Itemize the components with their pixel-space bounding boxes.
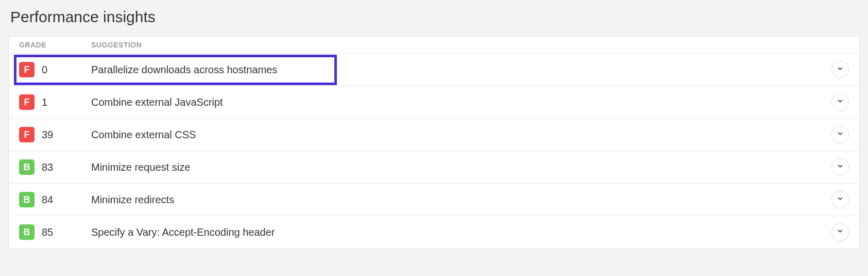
grade-score: 85 [42,226,53,238]
expand-button[interactable] [831,158,849,176]
grade-cell: B 84 [19,192,91,207]
expand-button[interactable] [831,191,849,208]
grade-badge: F [19,94,35,110]
table-row[interactable]: F 0 Parallelize downloads across hostnam… [9,54,859,86]
column-header-grade: Grade [19,41,91,49]
insights-table: Grade Suggestion F 0 Parallelize downloa… [8,36,860,249]
grade-score: 84 [42,194,53,206]
chevron-down-icon [837,163,844,172]
grade-badge: F [19,127,35,142]
grade-score: 0 [42,64,47,76]
expand-button[interactable] [831,126,849,143]
table-row[interactable]: F 1 Combine external JavaScript [9,86,859,119]
grade-badge: B [19,224,35,240]
chevron-down-icon [837,98,844,107]
grade-cell: F 1 [19,94,91,110]
grade-badge: B [19,192,35,207]
grade-score: 39 [42,129,53,141]
column-header-suggestion: Suggestion [91,41,849,49]
table-row[interactable]: B 85 Specify a Vary: Accept-Encoding hea… [9,216,859,249]
table-row[interactable]: B 84 Minimize redirects [9,184,859,216]
suggestion-text: Minimize request size [91,161,828,173]
expand-button[interactable] [831,93,849,111]
table-row[interactable]: F 39 Combine external CSS [9,119,859,151]
grade-score: 1 [42,96,47,108]
suggestion-text: Parallelize downloads across hostnames [91,64,828,76]
grade-cell: F 39 [19,127,91,142]
page-title: Performance insights [10,8,860,26]
grade-cell: F 0 [19,62,91,77]
table-row[interactable]: B 83 Minimize request size [9,151,859,184]
chevron-down-icon [837,228,844,237]
expand-button[interactable] [831,61,849,78]
expand-button[interactable] [831,223,849,241]
table-header: Grade Suggestion [9,37,859,54]
grade-cell: B 83 [19,159,91,175]
suggestion-text: Combine external JavaScript [91,96,828,108]
suggestion-text: Minimize redirects [91,194,828,206]
grade-badge: F [19,62,35,77]
grade-cell: B 85 [19,224,91,240]
grade-badge: B [19,159,35,175]
chevron-down-icon [837,130,844,139]
chevron-down-icon [837,65,844,74]
chevron-down-icon [837,195,844,204]
suggestion-text: Specify a Vary: Accept-Encoding header [91,226,828,238]
suggestion-text: Combine external CSS [91,129,828,141]
grade-score: 83 [42,161,53,173]
